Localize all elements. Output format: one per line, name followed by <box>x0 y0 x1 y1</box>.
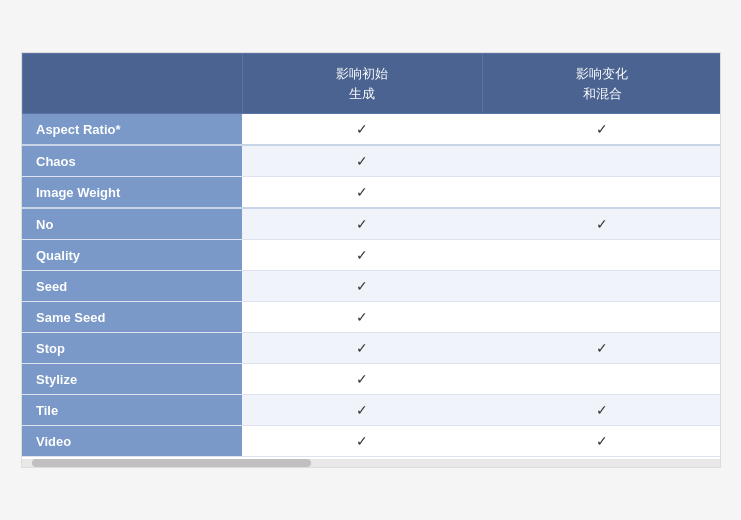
comparison-table: 影响初始 生成 影响变化 和混合 Aspect Ratio*✓✓Chaos✓Im… <box>22 53 721 457</box>
row-label: Tile <box>22 395 242 426</box>
check-col2 <box>482 364 721 395</box>
check-col1: ✓ <box>242 208 482 240</box>
row-label: No <box>22 208 242 240</box>
table-row: Quality✓ <box>22 240 721 271</box>
check-col2: ✓ <box>482 333 721 364</box>
row-label: Same Seed <box>22 302 242 333</box>
row-label: Stop <box>22 333 242 364</box>
table-row: Stop✓✓ <box>22 333 721 364</box>
header-col2: 影响变化 和混合 <box>482 54 721 114</box>
table-row: Chaos✓ <box>22 145 721 177</box>
table-row: Video✓✓ <box>22 426 721 457</box>
check-col1: ✓ <box>242 333 482 364</box>
check-col1: ✓ <box>242 302 482 333</box>
check-col2 <box>482 145 721 177</box>
header-col1: 影响初始 生成 <box>242 54 482 114</box>
check-col2: ✓ <box>482 426 721 457</box>
table-wrapper: 影响初始 生成 影响变化 和混合 Aspect Ratio*✓✓Chaos✓Im… <box>21 52 721 468</box>
check-col1: ✓ <box>242 426 482 457</box>
check-col1: ✓ <box>242 145 482 177</box>
header-empty <box>22 54 242 114</box>
check-col2: ✓ <box>482 114 721 146</box>
table-row: Tile✓✓ <box>22 395 721 426</box>
table-row: No✓✓ <box>22 208 721 240</box>
table-row: Seed✓ <box>22 271 721 302</box>
check-col1: ✓ <box>242 177 482 209</box>
row-label: Aspect Ratio* <box>22 114 242 146</box>
check-col2 <box>482 302 721 333</box>
row-label: Video <box>22 426 242 457</box>
check-col1: ✓ <box>242 364 482 395</box>
table-row: Aspect Ratio*✓✓ <box>22 114 721 146</box>
check-col1: ✓ <box>242 114 482 146</box>
row-label: Quality <box>22 240 242 271</box>
row-label: Stylize <box>22 364 242 395</box>
check-col2: ✓ <box>482 395 721 426</box>
check-col2: ✓ <box>482 208 721 240</box>
check-col1: ✓ <box>242 395 482 426</box>
row-label: Chaos <box>22 145 242 177</box>
table-row: Same Seed✓ <box>22 302 721 333</box>
check-col1: ✓ <box>242 240 482 271</box>
check-col2 <box>482 271 721 302</box>
check-col2 <box>482 177 721 209</box>
table-row: Stylize✓ <box>22 364 721 395</box>
row-label: Image Weight <box>22 177 242 209</box>
table-row: Image Weight✓ <box>22 177 721 209</box>
check-col1: ✓ <box>242 271 482 302</box>
check-col2 <box>482 240 721 271</box>
row-label: Seed <box>22 271 242 302</box>
